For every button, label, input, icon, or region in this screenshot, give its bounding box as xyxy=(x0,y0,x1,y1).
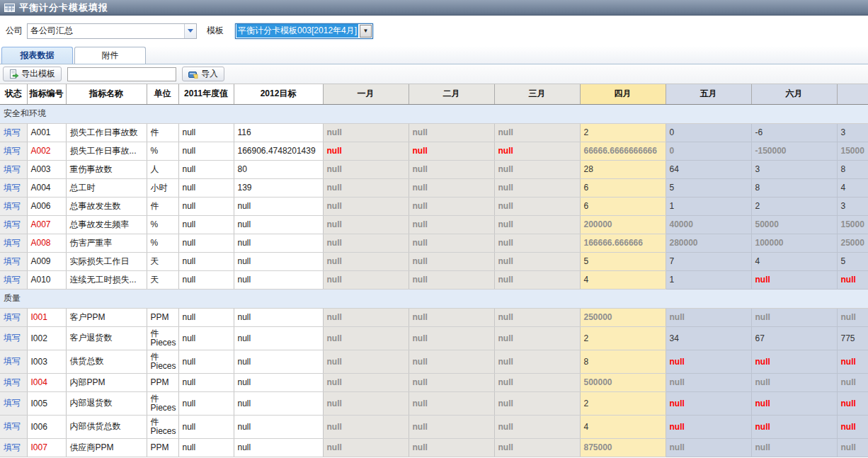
month-cell[interactable]: 64 xyxy=(666,160,751,178)
month-cell[interactable]: 166666.666666 xyxy=(580,234,666,252)
month-cell[interactable]: null xyxy=(323,415,409,438)
month-cell[interactable]: 25000 xyxy=(837,234,868,252)
month-cell[interactable]: null xyxy=(751,373,837,391)
month-cell[interactable]: null xyxy=(323,178,409,197)
month-cell[interactable]: null xyxy=(323,270,409,289)
month-cell[interactable]: null xyxy=(323,308,409,326)
month-cell[interactable]: 0 xyxy=(666,123,751,142)
month-cell[interactable]: null xyxy=(409,178,494,197)
fill-link[interactable]: 填写 xyxy=(4,256,21,266)
fill-link[interactable]: 填写 xyxy=(4,275,21,285)
month-cell[interactable]: null xyxy=(323,142,409,160)
fill-link[interactable]: 填写 xyxy=(4,183,21,193)
column-header-6[interactable]: 一月 xyxy=(323,84,409,104)
fill-link[interactable]: 填写 xyxy=(4,333,21,343)
import-file-input[interactable] xyxy=(67,67,176,81)
month-cell[interactable]: null xyxy=(837,270,868,289)
fill-link[interactable]: 填写 xyxy=(4,398,21,408)
company-select[interactable]: 各公司汇总 xyxy=(27,23,197,39)
month-cell[interactable]: -6 xyxy=(751,123,837,142)
month-cell[interactable]: 4 xyxy=(751,252,837,270)
month-cell[interactable]: 1 xyxy=(666,270,751,289)
import-button[interactable]: 导入 xyxy=(182,67,224,81)
month-cell[interactable]: 67 xyxy=(751,326,837,350)
month-cell[interactable]: null xyxy=(751,438,837,457)
month-cell[interactable]: null xyxy=(494,215,580,234)
month-cell[interactable]: null xyxy=(837,373,868,391)
month-cell[interactable]: null xyxy=(409,160,494,178)
month-cell[interactable]: null xyxy=(409,197,494,215)
month-cell[interactable]: 7 xyxy=(666,252,751,270)
month-cell[interactable]: null xyxy=(494,373,580,391)
fill-link[interactable]: 填写 xyxy=(4,312,21,322)
month-cell[interactable]: 15000 xyxy=(837,142,868,160)
month-cell[interactable]: null xyxy=(323,234,409,252)
month-cell[interactable]: null xyxy=(494,308,580,326)
column-header-8[interactable]: 三月 xyxy=(494,84,580,104)
month-cell[interactable]: null xyxy=(666,350,751,373)
month-cell[interactable]: 8 xyxy=(580,350,666,373)
column-header-10[interactable]: 五月 xyxy=(666,84,751,104)
month-cell[interactable]: 5 xyxy=(666,178,751,197)
month-cell[interactable]: null xyxy=(666,415,751,438)
month-cell[interactable]: null xyxy=(837,438,868,457)
month-cell[interactable]: null xyxy=(494,197,580,215)
month-cell[interactable]: null xyxy=(494,326,580,350)
month-cell[interactable]: null xyxy=(751,270,837,289)
month-cell[interactable]: null xyxy=(494,438,580,457)
month-cell[interactable]: null xyxy=(323,252,409,270)
month-cell[interactable]: null xyxy=(837,308,868,326)
month-cell[interactable]: 5 xyxy=(580,252,666,270)
month-cell[interactable]: null xyxy=(409,215,494,234)
month-cell[interactable]: null xyxy=(409,415,494,438)
month-cell[interactable]: 40000 xyxy=(666,215,751,234)
month-cell[interactable]: null xyxy=(666,438,751,457)
month-cell[interactable]: 875000 xyxy=(580,438,666,457)
month-cell[interactable]: 28 xyxy=(580,160,666,178)
month-cell[interactable]: null xyxy=(751,308,837,326)
month-cell[interactable]: 500000 xyxy=(580,373,666,391)
month-cell[interactable]: 200000 xyxy=(580,215,666,234)
month-cell[interactable]: null xyxy=(409,123,494,142)
month-cell[interactable]: null xyxy=(666,373,751,391)
month-cell[interactable]: 5 xyxy=(837,252,868,270)
month-cell[interactable]: null xyxy=(494,270,580,289)
month-cell[interactable]: null xyxy=(323,391,409,415)
export-template-button[interactable]: 导出模板 xyxy=(3,67,62,81)
month-cell[interactable]: null xyxy=(323,373,409,391)
month-cell[interactable]: null xyxy=(323,215,409,234)
fill-link[interactable]: 填写 xyxy=(4,127,21,137)
month-cell[interactable]: null xyxy=(323,350,409,373)
month-cell[interactable]: null xyxy=(409,326,494,350)
month-cell[interactable]: 0 xyxy=(666,142,751,160)
month-cell[interactable]: 775 xyxy=(837,326,868,350)
month-cell[interactable]: 2 xyxy=(580,391,666,415)
month-cell[interactable]: null xyxy=(323,123,409,142)
month-cell[interactable]: 50000 xyxy=(751,215,837,234)
month-cell[interactable]: 2 xyxy=(751,197,837,215)
month-cell[interactable]: null xyxy=(409,252,494,270)
month-cell[interactable]: 66666.6666666666 xyxy=(580,142,666,160)
month-cell[interactable]: null xyxy=(323,326,409,350)
month-cell[interactable]: null xyxy=(409,438,494,457)
month-cell[interactable]: 2 xyxy=(580,326,666,350)
month-cell[interactable]: null xyxy=(751,415,837,438)
tab-attachments[interactable]: 附件 xyxy=(74,47,146,64)
month-cell[interactable]: 3 xyxy=(837,197,868,215)
month-cell[interactable]: 1 xyxy=(666,197,751,215)
month-cell[interactable]: null xyxy=(494,178,580,197)
tab-report-data[interactable]: 报表数据 xyxy=(1,47,73,64)
month-cell[interactable]: null xyxy=(751,391,837,415)
month-cell[interactable]: null xyxy=(494,415,580,438)
month-cell[interactable]: null xyxy=(409,142,494,160)
fill-link[interactable]: 填写 xyxy=(4,377,21,387)
month-cell[interactable]: null xyxy=(666,308,751,326)
month-cell[interactable]: null xyxy=(409,391,494,415)
month-cell[interactable]: 280000 xyxy=(666,234,751,252)
template-select[interactable]: 平衡计分卡模板003[2012年4月] ▼ xyxy=(235,23,373,39)
month-cell[interactable]: null xyxy=(323,160,409,178)
column-header-9[interactable]: 四月 xyxy=(580,84,666,104)
month-cell[interactable]: null xyxy=(494,252,580,270)
dropdown-arrow-icon[interactable]: ▼ xyxy=(360,25,372,38)
fill-link[interactable]: 填写 xyxy=(4,421,21,431)
